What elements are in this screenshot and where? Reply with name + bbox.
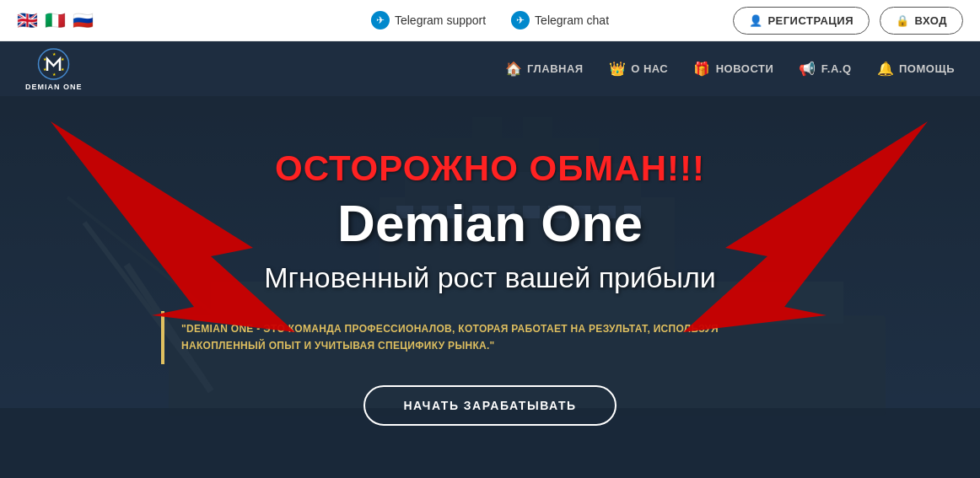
- register-label: РЕГИСТРАЦИЯ: [767, 14, 853, 27]
- cta-button[interactable]: НАЧАТЬ ЗАРАБАТЫВАТЬ: [363, 385, 616, 426]
- warning-label: ОСТОРОЖНО ОБМАН!!!: [275, 148, 705, 189]
- nav-about-label: О НАС: [631, 62, 668, 75]
- bell-icon: 🔔: [877, 61, 895, 77]
- nav-news-label: НОВОСТИ: [716, 62, 774, 75]
- telegram-chat-label: Telegram chat: [535, 13, 609, 27]
- register-button[interactable]: 👤 РЕГИСТРАЦИЯ: [733, 7, 870, 35]
- login-button[interactable]: 🔒 ВХОД: [880, 7, 963, 35]
- nav-news[interactable]: 🎁 НОВОСТИ: [693, 61, 773, 77]
- register-icon: 👤: [749, 14, 763, 27]
- telegram-support-link[interactable]: ✈ Telegram support: [371, 11, 486, 30]
- megaphone-icon: 📢: [799, 61, 816, 77]
- auth-buttons: 👤 РЕГИСТРАЦИЯ 🔒 ВХОД: [733, 7, 963, 35]
- telegram-support-label: Telegram support: [395, 13, 486, 27]
- hero-section: ОСТОРОЖНО ОБМАН!!! Demian One Мгновенный…: [0, 96, 980, 478]
- crown-icon: 👑: [609, 61, 627, 77]
- logo[interactable]: ★ ★ ★ ★ ★ ★ DEMIAN ONE: [25, 47, 83, 91]
- svg-text:★: ★: [61, 56, 65, 62]
- nav-home-label: ГЛАВНАЯ: [527, 62, 584, 75]
- hero-title: Demian One: [337, 193, 643, 253]
- flag-ru-icon[interactable]: 🇷🇺: [73, 10, 94, 30]
- svg-text:★: ★: [52, 72, 57, 77]
- telegram-support-icon: ✈: [371, 11, 390, 30]
- logo-text: DEMIAN ONE: [25, 83, 83, 91]
- nav-help-label: ПОМОЩЬ: [899, 62, 955, 75]
- nav-home[interactable]: 🏠 ГЛАВНАЯ: [505, 61, 584, 77]
- telegram-links: ✈ Telegram support ✈ Telegram chat: [371, 11, 609, 30]
- flag-group: 🇬🇧 🇮🇹 🇷🇺: [17, 10, 94, 30]
- hero-quote: "DEMIAN ONE - ЭТО КОМАНДА ПРОФЕССИОНАЛОВ…: [161, 311, 819, 363]
- hero-subtitle: Мгновенный рост вашей прибыли: [264, 261, 716, 294]
- home-icon: 🏠: [505, 61, 523, 77]
- svg-text:★: ★: [61, 67, 65, 72]
- flag-it-icon[interactable]: 🇮🇹: [45, 10, 66, 30]
- login-icon: 🔒: [896, 14, 910, 27]
- top-bar: 🇬🇧 🇮🇹 🇷🇺 ✈ Telegram support ✈ Telegram c…: [0, 0, 980, 41]
- nav-about[interactable]: 👑 О НАС: [609, 61, 669, 77]
- flag-uk-icon[interactable]: 🇬🇧: [17, 10, 38, 30]
- telegram-chat-link[interactable]: ✈ Telegram chat: [511, 11, 609, 30]
- gift-icon: 🎁: [693, 61, 711, 77]
- nav-faq[interactable]: 📢 F.A.Q: [799, 61, 851, 77]
- logo-svg: ★ ★ ★ ★ ★ ★: [30, 47, 77, 81]
- telegram-chat-icon: ✈: [511, 11, 530, 30]
- nav-bar: ★ ★ ★ ★ ★ ★ DEMIAN ONE 🏠 ГЛАВНАЯ 👑 О НАС…: [0, 41, 980, 96]
- main-nav: 🏠 ГЛАВНАЯ 👑 О НАС 🎁 НОВОСТИ 📢 F.A.Q 🔔 ПО…: [505, 61, 955, 77]
- login-label: ВХОД: [915, 14, 947, 27]
- svg-text:★: ★: [52, 51, 57, 56]
- nav-help[interactable]: 🔔 ПОМОЩЬ: [877, 61, 956, 77]
- nav-faq-label: F.A.Q: [821, 62, 852, 75]
